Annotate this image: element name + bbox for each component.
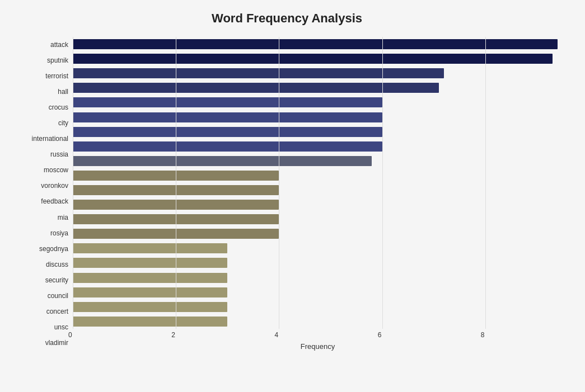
y-label: unsc [54, 321, 68, 333]
bar-row [73, 169, 563, 182]
x-tick: 8 [481, 331, 485, 339]
bar-row [73, 96, 563, 108]
bar-row [73, 67, 563, 79]
bar-row [73, 155, 563, 167]
bar [73, 156, 372, 166]
bar-row [73, 242, 563, 254]
bar [73, 185, 279, 195]
bar [73, 287, 227, 297]
y-axis: attacksputnikterroristhallcrocuscityinte… [11, 37, 73, 351]
bar-row [73, 111, 563, 124]
y-label: mia [58, 211, 68, 224]
grid-line [279, 37, 279, 329]
y-label: city [58, 117, 68, 129]
grid-line [176, 37, 176, 329]
y-label: voronkov [41, 180, 68, 192]
bar-row [73, 228, 563, 240]
x-axis-label: Frequency [73, 342, 563, 351]
bar [73, 141, 382, 152]
bar [73, 127, 382, 137]
bar [73, 243, 227, 253]
bar [73, 200, 279, 210]
x-tick: 2 [171, 331, 175, 339]
bar [73, 54, 553, 64]
bar-row [73, 126, 563, 138]
bar-row [73, 140, 563, 153]
bar [73, 258, 227, 268]
plot-area: 02468 Frequency [73, 37, 563, 351]
y-label: international [32, 133, 68, 145]
bar [73, 317, 227, 327]
bar [73, 171, 279, 181]
bar [73, 229, 279, 239]
bar [73, 112, 382, 122]
bar-row [73, 53, 563, 65]
x-tick: 6 [378, 331, 382, 339]
y-label: hall [58, 86, 68, 98]
bar [73, 68, 444, 78]
bar [73, 214, 279, 224]
bar-row [73, 257, 563, 269]
y-label: russia [50, 148, 68, 160]
bar-row [73, 184, 563, 196]
x-tick: 4 [274, 331, 278, 339]
chart-title: Word Frequency Analysis [11, 11, 563, 26]
bar-row [73, 301, 563, 313]
bar-row [73, 286, 563, 299]
grid-line [485, 37, 486, 329]
y-label: moscow [44, 164, 68, 176]
bars-wrapper [73, 37, 563, 329]
grid-line [73, 37, 73, 329]
bar-row [73, 315, 563, 328]
y-label: rosiya [50, 227, 68, 239]
chart-area: attacksputnikterroristhallcrocuscityinte… [11, 37, 563, 351]
bar [73, 39, 558, 49]
bar-row [73, 272, 563, 284]
bar-row [73, 82, 563, 94]
y-label: vladimir [45, 337, 68, 349]
bar [73, 302, 227, 312]
grid-line [382, 37, 383, 329]
y-label: segodnya [39, 243, 68, 255]
bar-row [73, 38, 563, 50]
y-label: attack [50, 39, 68, 51]
bar-row [73, 213, 563, 225]
y-label: feedback [41, 195, 68, 207]
y-label: security [45, 274, 68, 286]
x-axis: 02468 [73, 329, 563, 340]
chart-container: Word Frequency Analysis attacksputnikter… [0, 0, 585, 392]
bar [73, 83, 439, 93]
y-label: discuss [46, 258, 68, 271]
bar [73, 273, 227, 283]
y-label: concert [46, 305, 68, 318]
y-label: crocus [49, 101, 68, 114]
y-label: sputnik [47, 54, 68, 67]
x-tick: 0 [68, 331, 72, 339]
bar-row [73, 199, 563, 211]
grid-lines [73, 37, 563, 329]
y-label: council [48, 290, 68, 302]
bar [73, 97, 382, 107]
y-label: terrorist [45, 70, 68, 82]
